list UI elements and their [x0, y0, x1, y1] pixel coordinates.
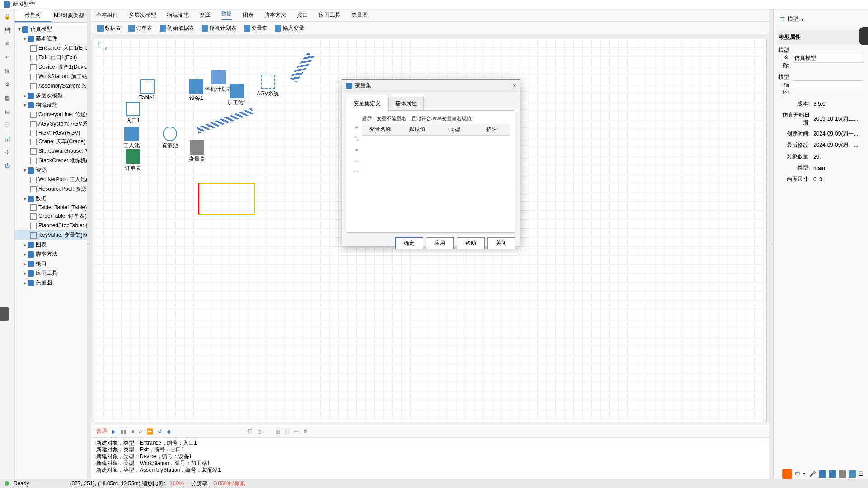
menu-item[interactable]: 数据: [221, 10, 232, 20]
check-icon[interactable]: ☑: [248, 428, 253, 435]
link-icon[interactable]: ⚯: [294, 428, 299, 435]
stop-icon[interactable]: ■: [131, 428, 134, 435]
ime-tool2-icon[interactable]: [829, 470, 836, 478]
left-edge-tab[interactable]: [0, 307, 9, 321]
chevron-down-icon[interactable]: ▾: [801, 16, 804, 23]
menu-item[interactable]: 图表: [243, 11, 254, 19]
tree-group[interactable]: ▸应用工具: [15, 268, 87, 278]
list-icon[interactable]: ☰: [3, 121, 11, 129]
close-icon[interactable]: ×: [513, 82, 516, 89]
save-icon[interactable]: 💾: [3, 26, 11, 34]
move-down-icon[interactable]: ﹀: [354, 169, 360, 177]
expand-icon[interactable]: ✢: [3, 148, 11, 156]
ime-mic-icon[interactable]: 🎤: [809, 471, 816, 477]
delete-row-icon[interactable]: ●: [355, 146, 359, 153]
copy-icon[interactable]: ⎘: [3, 40, 11, 48]
tab-model-tree[interactable]: 模型树: [15, 9, 51, 22]
add-row-icon[interactable]: ＋: [354, 123, 360, 131]
gear-icon[interactable]: ⚙: [3, 80, 11, 89]
tree-item[interactable]: ResourcePool: 资源池: [15, 184, 87, 194]
toolbar-button[interactable]: 输入变量: [272, 23, 307, 33]
ime-kbd-icon[interactable]: [839, 470, 846, 478]
variable-table[interactable]: 提示：变量不能重名，且须符合Java变量命名规范 变量名称 默认值 类型 描述: [362, 115, 510, 228]
undo-icon[interactable]: ↶: [3, 53, 11, 61]
canvas-rect[interactable]: [198, 183, 255, 215]
log-panel[interactable]: 新建对象，类型：Entrance，编号：入口1新建对象，类型：Exit，编号：出…: [91, 438, 769, 479]
tree-group[interactable]: ▸多层次模型: [15, 91, 87, 100]
tree-group[interactable]: ▸接口: [15, 259, 87, 268]
menu-item[interactable]: 应用工具: [319, 11, 340, 19]
tree-item[interactable]: WorkStation: 加工站1: [15, 72, 87, 81]
ime-grid-icon[interactable]: [849, 470, 856, 478]
tab-mu-types[interactable]: MU对象类型: [51, 9, 87, 22]
tree-item[interactable]: AGVSystem: AGV系统: [15, 119, 87, 129]
toolbar-button[interactable]: 变量集: [241, 23, 270, 33]
menu-item[interactable]: 基本组件: [96, 11, 118, 19]
model-tree[interactable]: ▾仿真模型▾基本组件Entrance: 入口1(EntraExit: 出口1(E…: [15, 23, 87, 479]
lock-icon[interactable]: 🔒: [3, 13, 11, 21]
canvas-agv[interactable]: AGV系统: [257, 75, 279, 98]
menu-item[interactable]: 多层次模型: [129, 11, 156, 19]
grid-icon[interactable]: ▤: [3, 108, 11, 116]
tree-item[interactable]: Table: Table1(Table): [15, 203, 87, 211]
tree-item[interactable]: StereoWarehouse: 立: [15, 146, 87, 156]
tree-item[interactable]: WorkerPool: 工人池(V: [15, 175, 87, 184]
tree-item[interactable]: Exit: 出口1(Exit): [15, 53, 87, 62]
tree-group[interactable]: ▸矢量图: [15, 278, 87, 287]
ime-tool1-icon[interactable]: [819, 470, 826, 478]
tree-item[interactable]: RGV: RGV(RGV): [15, 129, 87, 137]
prop-input[interactable]: [793, 54, 863, 63]
toolbar-button[interactable]: 初始依据表: [157, 23, 197, 33]
fast-icon[interactable]: ⏩: [146, 428, 153, 435]
dialog-tab-basic[interactable]: 基本属性: [388, 97, 424, 110]
menu-item[interactable]: 接口: [297, 11, 308, 19]
canvas-table[interactable]: Table1: [139, 79, 155, 101]
canvas-res[interactable]: 资源池: [162, 127, 178, 150]
tree-item[interactable]: Device: 设备1(Device): [15, 62, 87, 72]
close-button[interactable]: 关闭: [487, 237, 515, 249]
move-up-icon[interactable]: ︿: [354, 157, 360, 165]
canvas-proc[interactable]: 加工站1: [227, 84, 247, 107]
toolbar-button[interactable]: 订单表: [126, 23, 155, 33]
canvas-vars[interactable]: 变量集: [189, 140, 205, 163]
capture-icon[interactable]: ⬚: [285, 428, 290, 435]
tree-item[interactable]: StackCrane: 堆垛机(: [15, 156, 87, 165]
panel-selector[interactable]: 模型: [788, 15, 798, 23]
marker-icon[interactable]: ◆: [167, 428, 171, 435]
step-icon[interactable]: »: [139, 428, 142, 435]
menu-item[interactable]: 矢量图: [351, 11, 368, 19]
reset-icon[interactable]: ↺: [158, 428, 162, 435]
ime-logo-icon[interactable]: [782, 469, 792, 479]
dialog-titlebar[interactable]: 变量集 ×: [342, 80, 520, 92]
tree-item[interactable]: Crane: 天车(Crane): [15, 137, 87, 146]
trash-icon[interactable]: 🗑: [3, 67, 11, 75]
target-icon[interactable]: ◎: [257, 428, 262, 435]
canvas-order[interactable]: 订单表: [125, 149, 141, 172]
tree-item[interactable]: ConveyorLine: 传送线: [15, 110, 87, 119]
tree-group[interactable]: ▸图表: [15, 240, 87, 249]
toolbar-button[interactable]: 停机计划表: [199, 23, 239, 33]
ime-punct-icon[interactable]: •,: [803, 471, 807, 477]
tree-item[interactable]: KeyValue: 变量集(Key: [15, 230, 87, 240]
canvas-device[interactable]: 设备1: [189, 79, 203, 102]
right-edge-tab[interactable]: [859, 27, 868, 45]
menu-item[interactable]: 脚本方法: [264, 11, 286, 19]
canvas-worker[interactable]: 工人池: [123, 127, 140, 150]
canvas-entrance[interactable]: 入口1: [126, 102, 140, 125]
prop-input[interactable]: [793, 80, 863, 89]
canvas-conveyor[interactable]: [197, 108, 254, 134]
ime-menu-icon[interactable]: ☰: [859, 471, 863, 477]
toolbar-button[interactable]: 数据表: [94, 23, 124, 33]
tree-root[interactable]: ▾仿真模型: [15, 24, 87, 34]
menu-item[interactable]: 物流设施: [167, 11, 189, 19]
play-icon[interactable]: ▶: [112, 428, 116, 435]
sim-mode-label[interactable]: 普通: [96, 427, 107, 435]
tree-group[interactable]: ▾物流设施: [15, 100, 87, 110]
grid2-icon[interactable]: ▦: [275, 428, 280, 435]
tree-group[interactable]: ▾资源: [15, 165, 87, 175]
properties-header[interactable]: ☰ 模型 ▾: [777, 13, 864, 26]
doc-icon[interactable]: 🗎: [303, 428, 309, 435]
ime-lang[interactable]: 中: [795, 470, 800, 478]
tree-group[interactable]: ▸脚本方法: [15, 249, 87, 259]
layers-icon[interactable]: ▦: [3, 94, 11, 102]
